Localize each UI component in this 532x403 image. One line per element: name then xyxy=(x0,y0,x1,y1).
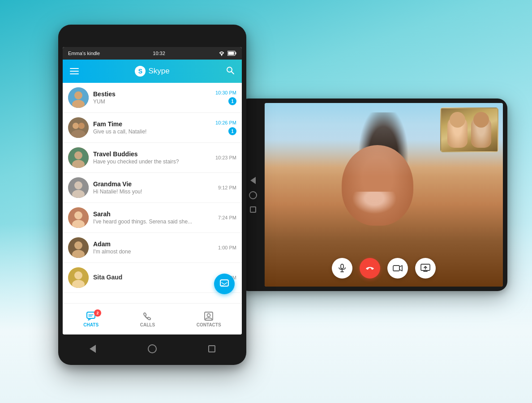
svg-point-26 xyxy=(74,271,82,279)
compose-fab[interactable] xyxy=(214,274,235,294)
avatar-adam xyxy=(68,237,89,258)
svg-rect-38 xyxy=(393,266,399,271)
svg-point-0 xyxy=(221,55,222,56)
chat-name: Fam Time xyxy=(93,120,211,128)
home-button[interactable] xyxy=(146,342,159,356)
recent-button-h[interactable] xyxy=(250,206,256,213)
call-controls xyxy=(265,258,503,279)
skype-s-icon: S xyxy=(135,66,146,77)
chat-list: Besties YUM 10:30 PM 1 xyxy=(63,83,242,293)
chat-item-travel[interactable]: Travel Buddies Have you checked under th… xyxy=(63,143,242,173)
chat-info-sita: Sita Gaud xyxy=(93,274,214,282)
bottom-tabs: 2 CHATS CALLS xyxy=(63,303,242,334)
screen-share-icon xyxy=(420,263,430,273)
end-call-button[interactable] xyxy=(360,258,380,279)
svg-line-5 xyxy=(232,71,234,74)
home-button-h[interactable] xyxy=(249,191,257,199)
chat-preview: Give us a call, Natalie! xyxy=(93,129,211,135)
mic-button[interactable] xyxy=(332,258,352,279)
mic-icon xyxy=(338,264,347,273)
svg-point-17 xyxy=(74,181,82,189)
skype-header: S Skype xyxy=(63,60,242,83)
chat-preview: I'm almost done xyxy=(93,249,214,255)
svg-marker-39 xyxy=(399,266,402,271)
tab-chats-label: CHATS xyxy=(83,322,99,327)
svg-point-7 xyxy=(74,91,82,99)
svg-point-23 xyxy=(74,241,82,249)
chat-name: Travel Buddies xyxy=(93,150,211,158)
chat-name: Sarah xyxy=(93,210,214,218)
small-video-thumbnail xyxy=(440,107,498,152)
svg-point-34 xyxy=(207,313,210,317)
hamburger-menu[interactable] xyxy=(70,68,79,74)
status-bar: Emma's kindle 10:32 xyxy=(63,47,242,60)
chat-preview: YUM xyxy=(93,99,211,105)
tablet-portrait: Emma's kindle 10:32 xyxy=(58,25,246,365)
avatar-grandma xyxy=(68,177,89,198)
portrait-screen: Emma's kindle 10:32 xyxy=(63,47,242,334)
chat-meta-grandma: 9:12 PM xyxy=(218,185,236,190)
chat-item-grandma[interactable]: Grandma Vie Hi Natalie! Miss you! 9:12 P… xyxy=(63,173,242,203)
chat-meta-travel: 10:23 PM xyxy=(215,155,236,160)
chat-item-besties[interactable]: Besties YUM 10:30 PM 1 xyxy=(63,83,242,113)
chat-item-sarah[interactable]: Sarah I've heard good things. Serena sai… xyxy=(63,203,242,233)
svg-rect-35 xyxy=(341,264,343,269)
chat-item-famtime[interactable]: Fam Time Give us a call, Natalie! 10:26 … xyxy=(63,113,242,143)
chat-time: 10:23 PM xyxy=(215,155,236,160)
calls-icon xyxy=(142,311,152,321)
tablet-landscape xyxy=(239,99,507,291)
chat-name: Adam xyxy=(93,240,214,248)
chat-time: 10:26 PM xyxy=(215,120,236,125)
chat-info-travel: Travel Buddies Have you checked under th… xyxy=(93,150,211,165)
chat-item-adam[interactable]: Adam I'm almost done 1:00 PM xyxy=(63,233,242,263)
camera-button[interactable] xyxy=(387,258,408,279)
avatar-besties xyxy=(68,87,89,108)
portrait-nav-bar xyxy=(63,337,242,360)
tab-calls-label: CALLS xyxy=(140,322,155,327)
back-button-h[interactable] xyxy=(250,177,256,184)
chat-preview: Hi Natalie! Miss you! xyxy=(93,189,214,195)
wifi-icon xyxy=(218,51,225,56)
svg-point-14 xyxy=(74,151,82,159)
screen-share-button[interactable] xyxy=(415,258,436,279)
chat-info-adam: Adam I'm almost done xyxy=(93,240,214,255)
search-button[interactable] xyxy=(226,66,235,77)
avatar-sarah xyxy=(68,207,89,228)
device-name: Emma's kindle xyxy=(68,51,100,56)
contacts-icon xyxy=(204,311,214,321)
svg-rect-28 xyxy=(220,280,228,286)
unread-badge: 1 xyxy=(228,127,236,135)
chat-time: 9:12 PM xyxy=(218,185,236,190)
landscape-screen xyxy=(265,103,503,287)
avatar-famtime xyxy=(68,117,89,138)
tab-contacts[interactable]: CONTACTS xyxy=(189,308,228,331)
video-background xyxy=(265,103,503,287)
chat-preview: Have you checked under the stairs? xyxy=(93,159,211,165)
unread-badge: 1 xyxy=(228,97,236,105)
avatar-travel xyxy=(68,147,89,168)
back-button[interactable] xyxy=(86,342,99,356)
camera-icon xyxy=(393,264,403,273)
tab-contacts-label: CONTACTS xyxy=(197,322,221,327)
svg-rect-3 xyxy=(228,52,234,55)
battery-icon xyxy=(227,51,236,56)
svg-point-10 xyxy=(73,123,79,129)
chat-meta-adam: 1:00 PM xyxy=(218,245,236,250)
chat-meta-besties: 10:30 PM 1 xyxy=(215,90,236,105)
chat-info-besties: Besties YUM xyxy=(93,90,211,105)
tab-calls[interactable]: CALLS xyxy=(133,308,162,331)
end-call-icon xyxy=(365,263,375,273)
chat-time: 7:24 PM xyxy=(218,215,236,220)
chat-time: 10:30 PM xyxy=(215,90,236,95)
chat-name: Sita Gaud xyxy=(93,274,214,281)
clock-time: 10:32 xyxy=(153,51,165,56)
compose-icon xyxy=(219,279,229,289)
chat-meta-sarah: 7:24 PM xyxy=(218,215,236,220)
chat-preview: I've heard good things. Serena said she.… xyxy=(93,219,214,225)
svg-point-20 xyxy=(74,211,82,219)
chat-meta-famtime: 10:26 PM 1 xyxy=(215,120,236,135)
svg-rect-2 xyxy=(236,52,236,55)
tab-chats[interactable]: 2 CHATS xyxy=(76,308,106,331)
chat-name: Besties xyxy=(93,90,211,98)
recent-button[interactable] xyxy=(205,342,219,356)
